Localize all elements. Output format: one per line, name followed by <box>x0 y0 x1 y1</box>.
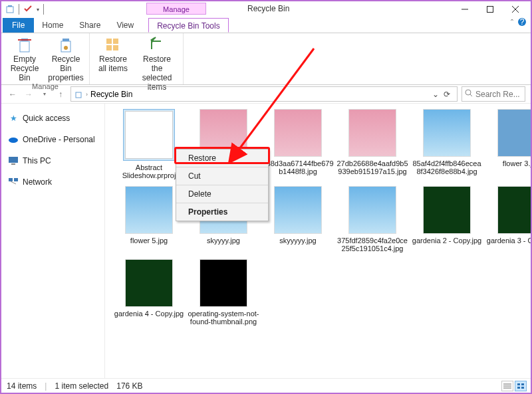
help-icon[interactable]: ? <box>517 17 527 29</box>
sidebar-item-this-pc[interactable]: This PC <box>7 153 99 169</box>
up-button[interactable]: ↑ <box>55 88 66 100</box>
file-item[interactable]: 375fdf2859c4fa2e0ce25f5c191051c4.jpg <box>336 186 408 252</box>
file-item[interactable]: skyyyyy.jpg <box>262 186 334 252</box>
svg-rect-36 <box>521 387 524 389</box>
button-label: Recycle Bin properties <box>48 54 84 82</box>
restore-selected-items-button[interactable]: Restore the selected items <box>136 36 178 92</box>
cloud-icon <box>8 134 19 145</box>
svg-rect-16 <box>106 45 112 50</box>
svg-text:?: ? <box>520 17 525 27</box>
context-menu-delete[interactable]: Delete <box>176 185 268 203</box>
file-item[interactable]: gardenia 2 - Copy.jpg <box>411 186 483 252</box>
qat-check-icon[interactable] <box>23 4 33 15</box>
pc-icon <box>8 155 19 166</box>
thumbnail <box>200 259 247 307</box>
file-item[interactable]: Abstract Slideshow.prproj <box>113 109 185 179</box>
forward-button[interactable]: → <box>23 88 35 100</box>
svg-rect-25 <box>9 178 13 181</box>
svg-rect-17 <box>113 45 118 50</box>
close-button[interactable] <box>503 1 528 17</box>
breadcrumb-arrow-icon[interactable]: › <box>86 91 88 98</box>
svg-point-20 <box>466 90 471 95</box>
file-name-label: 588d3aa67144fbe679b1448f8.jpg <box>262 157 334 175</box>
file-name-label: flower 5.jpg <box>113 234 185 245</box>
thumbnail <box>423 186 471 234</box>
file-list-pane[interactable]: Abstract Slideshow.prproj588d3aa67144fbe… <box>105 104 531 378</box>
view-thumbnails-button[interactable] <box>515 381 527 391</box>
file-name-label: 375fdf2859c4fa2e0ce25f5c191051c4.jpg <box>336 234 408 252</box>
separator <box>19 4 19 15</box>
thumbnail <box>125 111 173 159</box>
qat-dropdown-icon[interactable]: ▾ <box>37 7 39 13</box>
context-menu-cut[interactable]: Cut <box>176 167 268 185</box>
svg-rect-33 <box>517 383 520 385</box>
back-button[interactable]: ← <box>7 88 19 100</box>
file-name-label: gardenia 2 - Copy.jpg <box>411 234 483 245</box>
status-selection-size: 176 KB <box>116 381 142 391</box>
restore-all-items-button[interactable]: Restore all items <box>95 36 131 92</box>
network-icon <box>8 177 19 187</box>
svg-line-27 <box>11 181 16 184</box>
sidebar-item-quick-access[interactable]: ★ Quick access <box>7 110 99 126</box>
separator: | <box>45 381 47 391</box>
file-name-label: skyyyy.jpg <box>188 234 259 245</box>
thumbnail <box>274 186 322 234</box>
view-details-button[interactable] <box>501 381 513 391</box>
button-label: Restore all items <box>95 54 131 73</box>
thumbnail <box>497 109 531 157</box>
file-item[interactable]: gardenia 4 - Copy.jpg <box>113 259 185 326</box>
file-name-label: gardenia 3 - Copy.jpg <box>485 234 531 245</box>
search-box[interactable] <box>462 86 525 102</box>
file-name-label: Abstract Slideshow.prproj <box>113 161 185 179</box>
refresh-icon[interactable]: ⟳ <box>444 90 454 99</box>
svg-rect-3 <box>487 7 493 13</box>
thumbnail <box>423 109 471 157</box>
empty-recycle-bin-button[interactable]: Empty Recycle Bin <box>7 36 43 82</box>
tab-home[interactable]: Home <box>34 18 71 33</box>
address-dropdown-icon[interactable]: ⌄ <box>430 90 441 99</box>
svg-rect-26 <box>14 178 18 181</box>
thumbnail <box>497 186 531 234</box>
file-item[interactable]: flower 5.jpg <box>113 186 185 252</box>
button-label: Empty Recycle Bin <box>7 54 43 82</box>
svg-rect-23 <box>9 157 18 163</box>
file-name-label: skyyyyy.jpg <box>262 234 334 245</box>
search-input[interactable] <box>475 90 522 99</box>
svg-rect-8 <box>20 41 29 52</box>
status-bar: 14 items | 1 item selected 176 KB <box>1 378 531 393</box>
file-name-label: 85af4d2f4ffb846ecea8f3426f8e88b4.jpg <box>411 157 483 175</box>
tab-view[interactable]: View <box>108 18 142 33</box>
sidebar-item-label: This PC <box>23 156 51 165</box>
maximize-button[interactable] <box>477 1 503 17</box>
sidebar-item-network[interactable]: Network <box>7 174 99 190</box>
status-selection-count: 1 item selected <box>55 381 108 391</box>
svg-point-22 <box>9 138 18 143</box>
file-item[interactable]: 588d3aa67144fbe679b1448f8.jpg <box>262 109 334 179</box>
svg-rect-34 <box>521 383 524 385</box>
recent-locations-dropdown[interactable]: ▾ <box>39 88 51 100</box>
minimize-button[interactable] <box>452 1 477 17</box>
tab-share[interactable]: Share <box>71 18 108 33</box>
address-input[interactable] <box>90 90 428 99</box>
context-menu-restore[interactable]: Restore <box>176 149 268 167</box>
file-tab[interactable]: File <box>3 18 34 33</box>
file-item[interactable]: 27db26688e4aafd9b5939eb915197a15.jpg <box>336 109 408 179</box>
file-item[interactable]: operating-system-not-found-thumbnail.png <box>188 259 259 326</box>
file-item[interactable]: 85af4d2f4ffb846ecea8f3426f8e88b4.jpg <box>411 109 483 179</box>
context-menu-properties[interactable]: Properties <box>176 203 268 221</box>
svg-rect-1 <box>8 5 12 7</box>
file-item[interactable]: gardenia 3 - Copy.jpg <box>485 186 531 252</box>
file-item[interactable]: flower 3.jpg <box>485 109 531 179</box>
contextual-tab-manage: Manage <box>146 3 206 15</box>
thumbnail <box>348 186 396 234</box>
tab-recycle-bin-tools[interactable]: Recycle Bin Tools <box>148 18 229 33</box>
recycle-bin-icon <box>74 90 83 99</box>
file-name-label: 27db26688e4aafd9b5939eb915197a15.jpg <box>336 157 408 175</box>
context-menu: Restore Cut Delete Properties <box>176 149 269 221</box>
sidebar-item-onedrive[interactable]: OneDrive - Personal <box>7 132 99 148</box>
recycle-bin-properties-button[interactable]: Recycle Bin properties <box>48 36 84 82</box>
separator <box>43 4 44 15</box>
collapse-ribbon-icon[interactable]: ˆ <box>511 19 513 28</box>
thumbnail <box>125 259 173 307</box>
address-bar[interactable]: › ⌄ ⟳ <box>70 86 458 102</box>
